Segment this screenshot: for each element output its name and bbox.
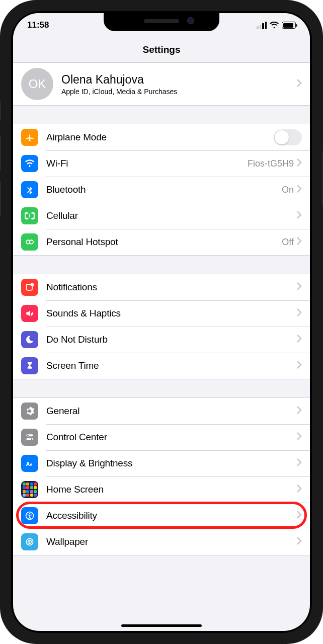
gear-icon (21, 403, 38, 420)
row-label: Home Screen (46, 484, 104, 495)
chevron-right-icon (297, 79, 302, 89)
row-general[interactable]: General (13, 398, 310, 424)
chevron-right-icon (297, 406, 302, 416)
row-apple-id[interactable]: OK Olena Kahujova Apple ID, iCloud, Medi… (13, 63, 310, 105)
chevron-right-icon (297, 158, 302, 169)
profile-name: Olena Kahujova (61, 73, 177, 87)
profile-subtitle: Apple ID, iCloud, Media & Purchases (61, 88, 177, 96)
row-accessibility[interactable]: Accessibility (13, 503, 310, 529)
hotspot-icon (21, 233, 38, 251)
wifi-icon (270, 22, 279, 29)
home-grid-icon (21, 481, 38, 498)
row-label: Screen Time (46, 360, 99, 371)
sounds-icon (21, 305, 38, 322)
row-cellular[interactable]: Cellular (13, 203, 310, 229)
chevron-right-icon (297, 185, 302, 195)
row-label: Personal Hotspot (46, 236, 118, 248)
row-label: Do Not Disturb (46, 334, 108, 345)
chevron-right-icon (297, 282, 302, 292)
svg-point-11 (29, 513, 31, 515)
row-screentime[interactable]: Screen Time (13, 353, 310, 379)
row-hotspot[interactable]: Personal Hotspot Off (13, 229, 310, 255)
row-notifications[interactable]: Notifications (13, 274, 310, 300)
notch (104, 13, 219, 31)
accessibility-icon (21, 507, 38, 524)
cellular-signal-icon (257, 22, 267, 29)
bluetooth-icon (21, 181, 38, 198)
row-label: Wallpaper (46, 536, 88, 547)
notifications-icon (21, 279, 38, 296)
svg-point-5 (27, 435, 29, 436)
row-wallpaper[interactable]: Wallpaper (13, 529, 310, 555)
row-detail: Off (282, 237, 297, 248)
row-label: Control Center (46, 432, 107, 443)
row-bluetooth[interactable]: Bluetooth On (13, 177, 310, 203)
chevron-right-icon (297, 335, 302, 345)
row-sounds[interactable]: Sounds & Haptics (13, 300, 310, 327)
chevron-right-icon (297, 537, 302, 547)
cellular-icon (21, 207, 38, 224)
chevron-right-icon (297, 211, 302, 221)
page-title: Settings (143, 44, 181, 55)
svg-text:A: A (30, 462, 33, 467)
status-time: 11:58 (27, 20, 49, 30)
row-label: Wi-Fi (46, 158, 68, 169)
row-display[interactable]: AA Display & Brightness (13, 450, 310, 476)
chevron-right-icon (297, 308, 302, 318)
row-label: General (46, 406, 79, 417)
battery-icon (282, 22, 296, 29)
avatar: OK (21, 68, 53, 100)
chevron-right-icon (297, 237, 302, 247)
chevron-right-icon (297, 432, 302, 442)
chevron-right-icon (297, 511, 302, 521)
chevron-right-icon (297, 485, 302, 495)
svg-point-3 (31, 283, 34, 287)
switches-icon (21, 429, 38, 446)
wallpaper-icon (21, 533, 38, 550)
row-home-screen[interactable]: Home Screen (13, 476, 310, 503)
svg-point-7 (31, 438, 32, 440)
chevron-right-icon (297, 361, 302, 371)
moon-icon (21, 331, 38, 348)
svg-point-14 (29, 541, 31, 543)
row-dnd[interactable]: Do Not Disturb (13, 327, 310, 353)
hourglass-icon (21, 357, 38, 374)
row-label: Display & Brightness (46, 458, 132, 469)
row-airplane-mode[interactable]: Airplane Mode (13, 124, 310, 150)
row-label: Cellular (46, 210, 78, 221)
row-label: Airplane Mode (46, 132, 107, 143)
row-label: Sounds & Haptics (46, 308, 121, 319)
navbar: Settings (13, 37, 310, 62)
row-wifi[interactable]: Wi-Fi Fios-tG5H9 (13, 150, 310, 177)
airplane-toggle[interactable] (274, 129, 302, 145)
row-control-center[interactable]: Control Center (13, 424, 310, 450)
text-size-icon: AA (21, 455, 38, 472)
wifi-icon (21, 155, 38, 172)
row-detail: Fios-tG5H9 (248, 158, 297, 169)
row-label: Bluetooth (46, 184, 86, 195)
row-detail: On (282, 185, 297, 195)
chevron-right-icon (297, 458, 302, 468)
row-label: Accessibility (46, 510, 97, 521)
home-indicator[interactable] (121, 624, 202, 627)
airplane-icon (21, 129, 38, 146)
row-label: Notifications (46, 282, 97, 293)
